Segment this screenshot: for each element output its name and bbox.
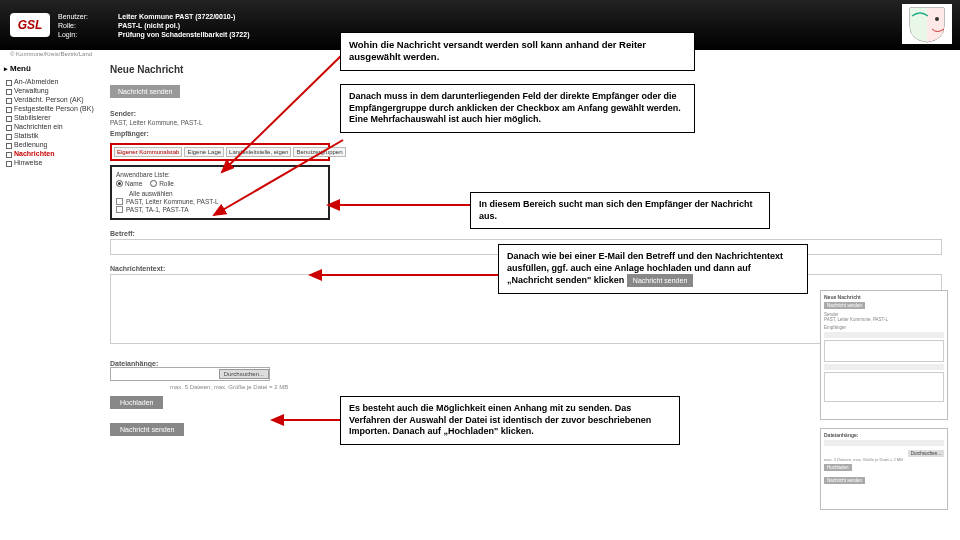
- sidebar-item[interactable]: Verwaltung: [4, 86, 100, 95]
- sidebar: Menü An-/Abmelden Verwaltung Verdächt. P…: [0, 58, 104, 538]
- browse-button[interactable]: Durchsuchen...: [219, 369, 269, 379]
- sidebar-item[interactable]: Nachrichten ein: [4, 122, 100, 131]
- upload-button[interactable]: Hochladen: [110, 396, 163, 409]
- radio-role[interactable]: Rolle: [150, 180, 174, 187]
- callout-attachment: Es besteht auch die Möglichkeit einen An…: [340, 396, 680, 445]
- subject-label: Betreff:: [110, 230, 942, 237]
- sidebar-item[interactable]: Hinweise: [4, 158, 100, 167]
- checkbox[interactable]: [116, 206, 123, 213]
- label-role: Rolle:: [58, 22, 108, 29]
- callout-tabs: Wohin die Nachricht versandt werden soll…: [340, 32, 695, 71]
- sidebar-item[interactable]: An-/Abmelden: [4, 77, 100, 86]
- checkbox[interactable]: [116, 198, 123, 205]
- sidebar-item[interactable]: Stabilisierer: [4, 113, 100, 122]
- value-role: PAST-L (nicht pol.): [118, 22, 249, 29]
- nrw-crest-icon: [902, 4, 952, 44]
- file-path-box[interactable]: Durchsuchen...: [110, 367, 270, 381]
- attachment-label: Dateianhänge:: [110, 360, 942, 367]
- filter-label: Anwendbare Liste:: [116, 171, 170, 178]
- callout-recipient-checkbox: Danach muss in dem darunterliegenden Fel…: [340, 84, 695, 133]
- app-logo: GSL: [10, 13, 50, 37]
- recipient-row[interactable]: PAST, Leiter Kommune, PAST-L: [126, 198, 219, 205]
- svg-point-0: [935, 17, 939, 21]
- select-all[interactable]: Alle auswählen: [129, 190, 173, 197]
- radio-name[interactable]: Name: [116, 180, 142, 187]
- callout-subject-send: Danach wie bei einer E-Mail den Betreff …: [498, 244, 808, 294]
- send-message-top-button[interactable]: Nachricht senden: [110, 85, 180, 98]
- inset-screenshot-1: Neue Nachricht Nachricht senden Sender P…: [820, 290, 948, 420]
- sidebar-item[interactable]: Festgestellte Person (BK): [4, 104, 100, 113]
- sidebar-item[interactable]: Statistik: [4, 131, 100, 140]
- label-login: Login:: [58, 31, 108, 38]
- tab-own-staff[interactable]: Eigener Kommunalstab: [114, 147, 182, 157]
- callout-recipient-area: In diesem Bereich sucht man sich den Emp…: [470, 192, 770, 229]
- value-user: Leiter Kommune PAST (3722/0010-): [118, 13, 249, 20]
- menu-title: Menü: [4, 64, 100, 73]
- tab-state-control[interactable]: Landesleitstelle, eigen: [226, 147, 291, 157]
- tab-own-situation[interactable]: Eigene Lage: [184, 147, 224, 157]
- sidebar-item[interactable]: Verdächt. Person (AK): [4, 95, 100, 104]
- tab-user-groups[interactable]: Benutzergruppen: [293, 147, 345, 157]
- inline-send-button-img: Nachricht senden: [627, 274, 693, 287]
- sidebar-item[interactable]: Bedienung: [4, 140, 100, 149]
- label-user: Benutzer:: [58, 13, 108, 20]
- recipient-select-box: Anwendbare Liste: Name Rolle Alle auswäh…: [110, 165, 330, 220]
- recipient-tabs: Eigener Kommunalstab Eigene Lage Landesl…: [110, 143, 330, 161]
- inset-screenshot-2: Dateianhänge: Durchsuchen... max. 5 Date…: [820, 428, 948, 510]
- send-message-bottom-button[interactable]: Nachricht senden: [110, 423, 184, 436]
- recipient-row[interactable]: PAST, TA-1, PAST-TA: [126, 206, 189, 213]
- sidebar-item-messages[interactable]: Nachrichten: [4, 149, 100, 158]
- value-login: Prüfung von Schadenstellbarkeit (3722): [118, 31, 249, 38]
